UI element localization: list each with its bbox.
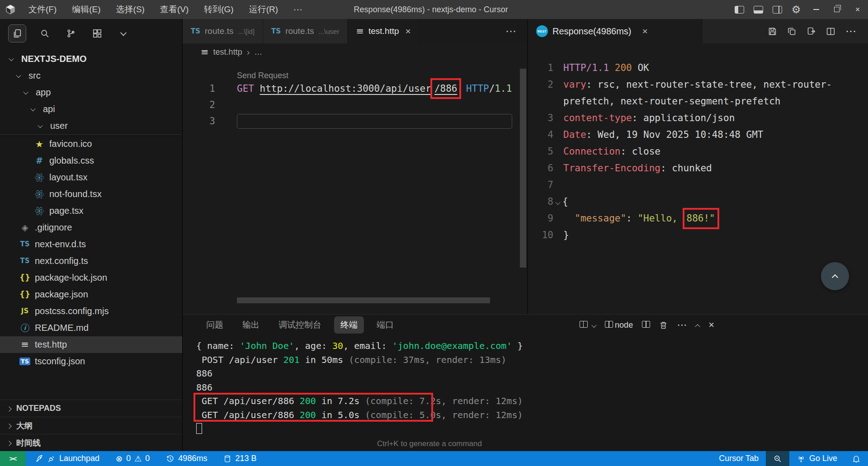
minimize-button[interactable] xyxy=(806,0,826,19)
code-segment: : application/json xyxy=(632,110,735,127)
terminal-instance[interactable]: node xyxy=(605,320,633,330)
sidebar-section-大纲[interactable]: 大纲 xyxy=(0,417,182,434)
response-tab[interactable]: REST Response(4986ms) × xyxy=(528,19,703,43)
extensions-icon[interactable] xyxy=(90,26,105,41)
editor-tab-route.ts[interactable]: TSroute.ts...\user xyxy=(263,19,348,43)
editor-horizontal-scrollbar[interactable] xyxy=(237,297,490,303)
file-row-package.json[interactable]: {}package.json xyxy=(0,286,182,303)
menu-run[interactable]: 运行(R) xyxy=(241,4,286,15)
response-size-indicator[interactable]: 213 B xyxy=(223,454,256,463)
folder-row-src[interactable]: src xyxy=(0,67,182,84)
maximize-panel-icon[interactable] xyxy=(696,321,699,329)
breadcrumb-file[interactable]: test.http xyxy=(213,47,242,57)
save-response-icon[interactable] xyxy=(768,27,777,36)
copy-response-icon[interactable] xyxy=(787,27,797,36)
file-name: layout.tsx xyxy=(49,172,87,183)
line-number: 2 xyxy=(183,97,215,113)
cursor-tab-button[interactable]: Cursor Tab xyxy=(712,451,766,466)
close-response-tab-icon[interactable]: × xyxy=(642,26,648,37)
breadcrumb[interactable]: ≡ test.http › … xyxy=(183,43,527,61)
tab-more-actions-icon[interactable]: ⋯ xyxy=(495,25,527,38)
split-terminal-dropdown-icon[interactable] xyxy=(580,321,596,329)
split-panel-icon[interactable] xyxy=(642,321,650,329)
menu-file[interactable]: 文件(F) xyxy=(21,4,64,15)
response-time-indicator[interactable]: 4986ms xyxy=(166,454,207,463)
editor-tab-route.ts[interactable]: TSroute.ts...\[id] xyxy=(183,19,263,43)
file-row-not-found.tsx[interactable]: not-found.tsx xyxy=(0,186,182,202)
panel-more-actions-icon[interactable]: ⋯ xyxy=(677,319,687,331)
notifications-bell-icon[interactable] xyxy=(844,451,868,466)
file-row-next-env.d.ts[interactable]: TSnext-env.d.ts xyxy=(0,236,182,253)
code-segment: HTTP/1.1 xyxy=(563,60,615,76)
go-live-button[interactable]: Go Live xyxy=(789,451,844,466)
file-row-page.tsx[interactable]: page.tsx xyxy=(0,202,182,219)
code-segment: 200 xyxy=(615,60,632,76)
scroll-to-top-button[interactable] xyxy=(821,262,849,290)
file-row-package-lock.json[interactable]: {}package-lock.json xyxy=(0,269,182,286)
sidebar-section-NOTEPADS[interactable]: NOTEPADS xyxy=(0,400,182,417)
settings-gear-icon[interactable]: ⚙ xyxy=(787,0,806,19)
editor-tab-test.http[interactable]: ≡test.http× xyxy=(348,19,419,43)
panel-tab-问题[interactable]: 问题 xyxy=(200,316,230,334)
toggle-secondary-sidebar-icon[interactable] xyxy=(768,0,787,19)
panel-tab-终端[interactable]: 终端 xyxy=(334,316,364,334)
close-button[interactable]: × xyxy=(847,0,868,19)
file-row-README.md[interactable]: iREADME.md xyxy=(0,320,182,336)
panel-tab-调试控制台[interactable]: 调试控制台 xyxy=(272,316,328,334)
folder-row-NEXTJS-DEMO[interactable]: NEXTJS-DEMO xyxy=(0,51,182,67)
zoom-out-button[interactable] xyxy=(766,451,789,466)
copy-body-icon[interactable] xyxy=(807,27,816,36)
folder-name: app xyxy=(36,87,51,98)
toggle-panel-icon[interactable] xyxy=(749,0,768,19)
file-row-.gitignore[interactable]: ◈.gitignore xyxy=(0,219,182,236)
file-row-tsconfig.json[interactable]: TStsconfig.json xyxy=(0,353,182,370)
source-control-icon[interactable] xyxy=(63,26,79,41)
file-tree: NEXTJS-DEMOsrcappapiuser★favicon.ico#glo… xyxy=(0,48,182,400)
terminal-output[interactable]: { name: 'John Doe', age: 30, email: 'joh… xyxy=(183,335,868,436)
panel-tab-端口[interactable]: 端口 xyxy=(370,316,400,334)
braces-file-icon: {} xyxy=(19,274,30,282)
launchpad-button[interactable]: Launchpad xyxy=(35,454,99,463)
tab-detail: ...\[id] xyxy=(238,28,255,35)
chevron-down-icon[interactable] xyxy=(116,26,131,41)
restore-button[interactable] xyxy=(826,0,847,19)
menu-edit[interactable]: 编辑(E) xyxy=(64,4,108,15)
panel-tab-输出[interactable]: 输出 xyxy=(236,316,266,334)
search-icon[interactable] xyxy=(37,26,52,41)
file-row-postcss.config.mjs[interactable]: JSpostcss.config.mjs xyxy=(0,303,182,320)
http-file-icon: ≡ xyxy=(201,47,209,57)
close-tab-icon[interactable]: × xyxy=(406,26,411,37)
file-row-next.config.ts[interactable]: TSnext.config.ts xyxy=(0,253,182,269)
explorer-icon[interactable] xyxy=(8,24,26,42)
editor-vertical-scrollbar[interactable] xyxy=(520,69,526,268)
send-request-link[interactable]: Send Request xyxy=(237,71,288,80)
folder-row-user[interactable]: user xyxy=(0,118,182,134)
close-panel-icon[interactable]: × xyxy=(708,319,714,331)
menu-more-icon[interactable]: ⋯ xyxy=(286,4,310,15)
problems-button[interactable]: ⊗ 0 ⚠ 0 xyxy=(116,454,150,464)
more-actions-icon[interactable]: ⋯ xyxy=(845,25,856,38)
file-row-layout.tsx[interactable]: layout.tsx xyxy=(0,169,182,186)
line-number: 3 xyxy=(528,110,553,127)
folder-row-api[interactable]: api xyxy=(0,101,182,118)
toggle-primary-sidebar-icon[interactable] xyxy=(730,0,749,19)
menu-selection[interactable]: 选择(S) xyxy=(108,4,152,15)
response-line-text: prefetch, next-router-segment-prefetch xyxy=(563,93,780,110)
git-file-icon: ◈ xyxy=(22,223,28,232)
remote-indicator[interactable]: >< xyxy=(0,451,26,466)
menu-goto[interactable]: 转到(G) xyxy=(196,4,241,15)
file-row-globals.css[interactable]: #globals.css xyxy=(0,152,182,169)
file-row-favicon.ico[interactable]: ★favicon.ico xyxy=(0,136,182,152)
bottom-panel: 问题输出调试控制台终端端口 node ⋯ × { name: 'John Doe… xyxy=(183,314,868,451)
sidebar-section-时间线[interactable]: 时间线 xyxy=(0,434,182,451)
folder-row-app[interactable]: app xyxy=(0,84,182,101)
kill-terminal-icon[interactable] xyxy=(659,321,668,329)
split-editor-icon[interactable] xyxy=(826,27,835,36)
code-editor[interactable]: Send Request 1 GET http://localhost:3000… xyxy=(183,61,527,314)
inline-edit-box[interactable] xyxy=(237,114,512,129)
breadcrumb-more[interactable]: … xyxy=(254,47,262,57)
menu-view[interactable]: 查看(V) xyxy=(152,4,196,15)
file-row-test.http[interactable]: ≡test.http xyxy=(0,336,182,353)
fold-chevron-icon[interactable] xyxy=(556,193,560,210)
line-number: 1 xyxy=(528,60,553,76)
